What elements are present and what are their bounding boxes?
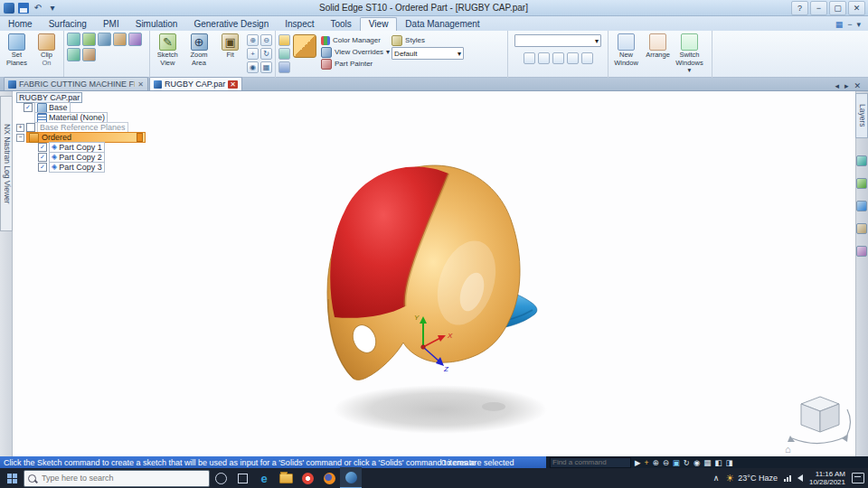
tree-item-material[interactable]: Material (None) bbox=[34, 113, 170, 122]
config-list-icon[interactable] bbox=[581, 52, 593, 64]
new-window-button[interactable]: New Window bbox=[611, 33, 641, 67]
viewport[interactable]: X Y Z ⌂ RUGBY CAP.par ✓ bbox=[0, 91, 868, 456]
tab-pmi[interactable]: PMI bbox=[95, 18, 127, 31]
look-at-face-icon[interactable]: ◉ bbox=[247, 61, 259, 73]
view-iso-icon[interactable] bbox=[113, 33, 127, 46]
common-views-icon[interactable]: ▦ bbox=[260, 61, 272, 73]
tab-tools[interactable]: Tools bbox=[323, 18, 360, 31]
home-view-icon[interactable]: ⌂ bbox=[785, 444, 791, 455]
right-panel-icon-1[interactable] bbox=[856, 155, 867, 166]
doc-tab-rugby-cap[interactable]: RUGBY CAP.par ✕ bbox=[149, 77, 242, 90]
tab-view[interactable]: View bbox=[360, 17, 398, 31]
right-panel-icon-5[interactable] bbox=[856, 246, 867, 257]
view-overrides-dropdown-icon[interactable]: ▾ bbox=[386, 48, 390, 56]
view-front-icon[interactable] bbox=[67, 33, 80, 46]
ref-planes-checkbox[interactable] bbox=[26, 123, 35, 132]
minimize-button[interactable]: − bbox=[810, 1, 827, 15]
tab-scroll-right-icon[interactable]: ▸ bbox=[844, 81, 849, 90]
zoom-out-icon[interactable]: ⊖ bbox=[260, 34, 272, 46]
select-tool-icon[interactable]: ▶ bbox=[635, 458, 641, 467]
tab-simulation[interactable]: Simulation bbox=[127, 18, 186, 31]
save-icon[interactable] bbox=[18, 3, 29, 14]
start-button[interactable] bbox=[0, 468, 24, 488]
network-icon[interactable] bbox=[784, 475, 791, 482]
ribbon-display-icon[interactable]: ▦ bbox=[835, 21, 844, 29]
edge-icon[interactable]: e bbox=[253, 468, 275, 488]
base-checkbox[interactable]: ✓ bbox=[24, 103, 33, 112]
doc-tab-fabric-machine[interactable]: FABRIC CUTTING MACHINE FIX... ✕ bbox=[4, 77, 148, 90]
taskbar-search-input[interactable] bbox=[40, 473, 188, 483]
task-view-icon[interactable] bbox=[231, 468, 253, 488]
zoom-in-icon[interactable]: ⊕ bbox=[247, 34, 259, 46]
nx-nastran-log-viewer-tab[interactable]: NX Nastran Log Viewer bbox=[0, 96, 13, 231]
shaded-view-icon[interactable] bbox=[293, 34, 316, 58]
tree-item-part-copy-2[interactable]: ✓ ◈ Part Copy 2 bbox=[38, 153, 170, 162]
tab-generative-design[interactable]: Generative Design bbox=[185, 18, 277, 31]
shading-grid-icon[interactable]: ▦ bbox=[703, 458, 711, 467]
config-update-icon[interactable] bbox=[552, 52, 564, 64]
tab-close-icon[interactable]: ✕ bbox=[854, 81, 861, 90]
pan-tool-icon[interactable]: + bbox=[645, 458, 649, 467]
zoom-area-button[interactable]: ⊕ Zoom Area bbox=[184, 33, 214, 67]
undo-icon[interactable]: ↶ bbox=[33, 3, 43, 14]
part-painter-item[interactable]: Part Painter bbox=[321, 58, 390, 70]
volume-icon[interactable] bbox=[797, 474, 803, 482]
right-panel-icon-4[interactable] bbox=[856, 223, 867, 234]
rotate-icon[interactable]: ↻ bbox=[260, 48, 272, 60]
view-overrides-item[interactable]: View Overrides ▾ bbox=[321, 46, 390, 58]
ribbon-menu-icon[interactable]: ▾ bbox=[856, 21, 861, 29]
target-tool-icon[interactable]: ◉ bbox=[693, 458, 700, 467]
pathfinder-root[interactable]: RUGBY CAP.par bbox=[16, 93, 170, 102]
rotate-tool-icon[interactable]: ↻ bbox=[684, 458, 690, 467]
chrome-icon[interactable] bbox=[297, 468, 318, 488]
cortana-icon[interactable] bbox=[210, 468, 231, 488]
view-dimetric-icon[interactable] bbox=[128, 33, 142, 46]
config-delete-icon[interactable] bbox=[567, 52, 579, 64]
styles-item[interactable]: Styles bbox=[392, 34, 464, 46]
fit-tool-icon[interactable]: ▣ bbox=[673, 458, 680, 467]
zoom-tool-icon[interactable]: ⊕ bbox=[653, 458, 659, 467]
tree-item-ref-planes[interactable]: + Base Reference Planes bbox=[16, 123, 170, 132]
view-right-icon[interactable] bbox=[98, 33, 111, 46]
config-save-icon[interactable] bbox=[524, 52, 535, 64]
action-center-icon[interactable] bbox=[852, 473, 864, 483]
qat-dropdown-icon[interactable]: ▾ bbox=[47, 3, 58, 14]
view-custom-icon[interactable] bbox=[82, 48, 96, 61]
collapse-icon[interactable]: − bbox=[16, 134, 24, 142]
clock[interactable]: 11:16 AM 10/28/2021 bbox=[809, 470, 845, 486]
ordered-grip-handle[interactable] bbox=[137, 133, 143, 142]
tab-surfacing[interactable]: Surfacing bbox=[41, 18, 95, 31]
view-cube[interactable]: ⌂ bbox=[785, 397, 851, 455]
color-manager-item[interactable]: Color Manager bbox=[321, 34, 390, 46]
style-tool-icon-3[interactable] bbox=[278, 61, 290, 73]
part-copy-3-checkbox[interactable]: ✓ bbox=[38, 163, 47, 172]
maximize-button[interactable]: ▢ bbox=[829, 1, 846, 15]
solidedge-taskbar-icon[interactable] bbox=[340, 467, 362, 488]
switch-windows-button[interactable]: Switch Windows ▾ bbox=[675, 33, 704, 75]
config-apply-icon[interactable] bbox=[538, 52, 550, 64]
hidden-icons-chevron[interactable]: ∧ bbox=[713, 474, 720, 483]
firefox-icon[interactable] bbox=[318, 468, 340, 488]
fit-button[interactable]: ▣ Fit bbox=[215, 33, 245, 60]
find-command-input[interactable] bbox=[550, 457, 631, 468]
tab-data-management[interactable]: Data Management bbox=[397, 18, 487, 31]
ribbon-minimize-icon[interactable]: − bbox=[847, 21, 852, 29]
style-tool-icon-2[interactable] bbox=[278, 48, 290, 60]
right-panel-icon-3[interactable] bbox=[856, 201, 867, 211]
expand-icon[interactable]: + bbox=[16, 124, 24, 132]
help-button[interactable]: ? bbox=[791, 1, 808, 15]
part-copy-1-checkbox[interactable]: ✓ bbox=[38, 143, 47, 152]
shading-half-left-icon[interactable]: ◧ bbox=[714, 458, 722, 467]
style-select[interactable]: Default ▾ bbox=[392, 47, 464, 60]
shading-half-right-icon[interactable]: ◨ bbox=[725, 458, 732, 467]
close-button[interactable]: ✕ bbox=[848, 1, 865, 15]
tree-item-part-copy-3[interactable]: ✓ ◈ Part Copy 3 bbox=[38, 163, 170, 172]
view-trimetric-icon[interactable] bbox=[67, 48, 80, 61]
right-panel-icon-2[interactable] bbox=[856, 178, 867, 189]
taskbar-search[interactable] bbox=[24, 470, 210, 487]
part-copy-2-checkbox[interactable]: ✓ bbox=[38, 153, 47, 162]
view-top-icon[interactable] bbox=[82, 33, 96, 46]
layers-tab[interactable]: Layers bbox=[855, 93, 868, 138]
tab-home[interactable]: Home bbox=[0, 18, 41, 31]
close-tab-icon[interactable]: ✕ bbox=[137, 80, 144, 89]
